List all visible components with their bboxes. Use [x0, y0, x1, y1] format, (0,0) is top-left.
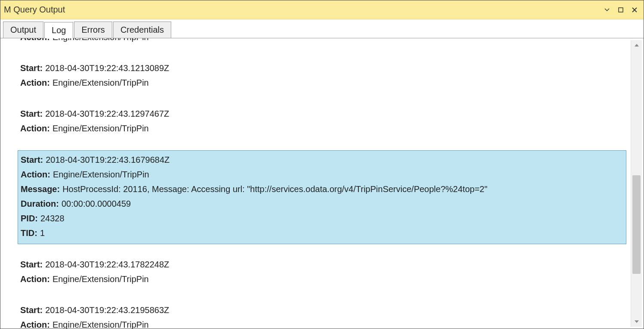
- value-message: HostProcessId: 20116, Message: Accessing…: [62, 184, 487, 194]
- value-action: Engine/Extension/TripPin: [52, 124, 149, 133]
- label-action: Action:: [20, 124, 50, 133]
- value-pid: 24328: [40, 214, 65, 223]
- svg-rect-0: [619, 8, 623, 12]
- label-duration: Duration:: [21, 199, 59, 208]
- log-panel: Action:Engine/Extension/TripPin Start:20…: [0, 38, 644, 329]
- value-action: Engine/Extension/TripPin: [53, 170, 149, 179]
- value-start: 2018-04-30T19:22:43.1782248Z: [45, 260, 169, 269]
- value-start: 2018-04-30T19:22:43.1213089Z: [45, 63, 169, 73]
- label-start: Start:: [20, 305, 43, 315]
- log-entry[interactable]: Start:2018-04-30T19:22:43.2195863Z Actio…: [18, 301, 626, 329]
- label-message: Message:: [21, 184, 60, 194]
- scroll-down-icon[interactable]: [631, 317, 642, 327]
- label-action: Action:: [20, 78, 50, 87]
- value-tid: 1: [40, 228, 45, 238]
- tab-log[interactable]: Log: [44, 22, 73, 38]
- close-icon[interactable]: [629, 4, 640, 16]
- window-title: M Query Output: [4, 5, 599, 15]
- label-tid: TID:: [21, 228, 37, 238]
- scroll-thumb[interactable]: [632, 175, 641, 274]
- label-action: Action:: [20, 320, 50, 329]
- log-entry[interactable]: Start:2018-04-30T19:22:43.1213089Z Actio…: [18, 59, 626, 93]
- scrollbar[interactable]: [631, 40, 642, 327]
- log-entry-selected[interactable]: Start:2018-04-30T19:22:43.1679684Z Actio…: [18, 150, 626, 244]
- value-start: 2018-04-30T19:22:43.2195863Z: [45, 305, 169, 315]
- titlebar: M Query Output: [0, 0, 644, 19]
- tab-output[interactable]: Output: [3, 22, 43, 38]
- tab-errors[interactable]: Errors: [74, 22, 112, 38]
- scroll-up-icon[interactable]: [631, 40, 642, 50]
- maximize-icon[interactable]: [615, 4, 626, 16]
- label-start: Start:: [20, 109, 43, 118]
- tabstrip: Output Log Errors Credentials: [0, 19, 644, 38]
- value-action: Engine/Extension/TripPin: [52, 274, 149, 284]
- value-start: 2018-04-30T19:22:43.1679684Z: [46, 155, 169, 164]
- label-action: Action:: [20, 38, 50, 42]
- log-entry[interactable]: Action:Engine/Extension/TripPin: [18, 38, 626, 48]
- label-start: Start:: [20, 260, 43, 269]
- value-action: Engine/Extension/TripPin: [52, 38, 149, 42]
- log-area: Action:Engine/Extension/TripPin Start:20…: [6, 38, 626, 329]
- tab-credentials[interactable]: Credentials: [113, 22, 171, 38]
- label-action: Action:: [21, 170, 50, 179]
- dropdown-icon[interactable]: [601, 4, 613, 16]
- log-entry[interactable]: Start:2018-04-30T19:22:43.1297467Z Actio…: [18, 105, 626, 139]
- value-start: 2018-04-30T19:22:43.1297467Z: [45, 109, 169, 118]
- value-action: Engine/Extension/TripPin: [52, 78, 149, 87]
- label-pid: PID:: [21, 214, 38, 223]
- label-action: Action:: [20, 274, 50, 284]
- log-entry[interactable]: Start:2018-04-30T19:22:43.1782248Z Actio…: [18, 255, 626, 290]
- label-start: Start:: [20, 63, 43, 73]
- label-start: Start:: [21, 155, 43, 164]
- value-action: Engine/Extension/TripPin: [52, 320, 149, 329]
- value-duration: 00:00:00.0000459: [62, 199, 131, 208]
- scroll-track[interactable]: [631, 50, 642, 317]
